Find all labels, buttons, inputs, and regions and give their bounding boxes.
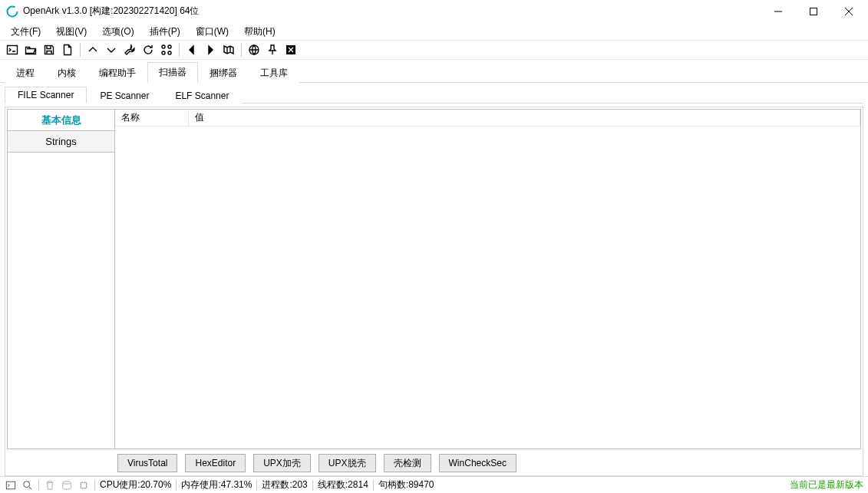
status-search-icon[interactable]	[21, 479, 34, 491]
status-mem: 内存使用:47.31%	[181, 478, 252, 491]
toolbar-up-icon[interactable]	[85, 42, 101, 58]
subtab-pe-scanner[interactable]: PE Scanner	[87, 87, 162, 104]
toolbar-save-icon[interactable]	[41, 42, 57, 58]
svg-rect-1	[8, 46, 18, 54]
tab-utilities[interactable]: 工具库	[249, 63, 299, 83]
menu-plugins[interactable]: 插件(P)	[142, 24, 188, 40]
nav-strings[interactable]: Strings	[8, 131, 114, 153]
scanner-content: 基本信息 Strings 名称 值 VirusTotal HexEditor U…	[5, 107, 863, 476]
status-trash-icon[interactable]	[44, 479, 56, 491]
toolbar-refresh-icon[interactable]	[140, 42, 156, 58]
btn-hexeditor[interactable]: HexEditor	[185, 454, 246, 472]
svg-rect-11	[81, 482, 87, 488]
tab-process[interactable]: 进程	[5, 63, 46, 83]
statusbar: CPU使用:20.70% 内存使用:47.31% 进程数:203 线程数:281…	[0, 476, 868, 493]
list-header: 名称 值	[115, 110, 860, 127]
toolbar-forward-icon[interactable]	[203, 42, 218, 58]
status-chip-icon[interactable]	[78, 479, 90, 491]
toolbar-new-icon[interactable]	[60, 42, 75, 58]
menu-file[interactable]: 文件(F)	[3, 24, 48, 40]
menubar: 文件(F) 视图(V) 选项(O) 插件(P) 窗口(W) 帮助(H)	[0, 23, 868, 40]
toolbar-globe-icon[interactable]	[246, 42, 262, 58]
btn-winchecksec[interactable]: WinCheckSec	[439, 454, 517, 472]
status-handles: 句柄数:89470	[378, 478, 434, 491]
btn-upx-unpack[interactable]: UPX脱壳	[318, 454, 376, 472]
tab-bundler[interactable]: 捆绑器	[198, 63, 249, 83]
svg-point-4	[162, 51, 165, 54]
window-title: OpenArk v1.3.0 [构建:202302271420] 64位	[23, 5, 199, 18]
minimize-button[interactable]	[761, 0, 796, 23]
column-value[interactable]: 值	[189, 110, 860, 126]
right-pane: 名称 值	[115, 110, 860, 449]
toolbar-grid-icon[interactable]	[159, 42, 174, 58]
svg-point-5	[168, 51, 171, 54]
toolbar-wrench-icon[interactable]	[122, 42, 137, 58]
toolbar-map-icon[interactable]	[221, 42, 236, 58]
list-body[interactable]	[115, 127, 860, 449]
page-scanner: FILE Scanner PE Scanner ELF Scanner 基本信息…	[5, 85, 863, 476]
secondary-tabs: FILE Scanner PE Scanner ELF Scanner	[5, 85, 863, 104]
column-name[interactable]: 名称	[115, 110, 189, 126]
titlebar: OpenArk v1.3.0 [构建:202302271420] 64位	[0, 0, 868, 23]
svg-rect-8	[6, 481, 15, 489]
status-processes: 进程数:203	[262, 478, 307, 491]
left-nav: 基本信息 Strings	[8, 110, 115, 449]
toolbar-back-icon[interactable]	[184, 42, 200, 58]
status-cpu: CPU使用:20.70%	[100, 478, 171, 491]
close-button[interactable]	[831, 0, 866, 23]
btn-virustotal[interactable]: VirusTotal	[117, 454, 177, 472]
toolbar-open-icon[interactable]	[23, 42, 38, 58]
nav-basic-info[interactable]: 基本信息	[8, 110, 114, 131]
toolbar-down-icon[interactable]	[104, 42, 119, 58]
svg-point-2	[162, 45, 165, 48]
menu-window[interactable]: 窗口(W)	[188, 24, 236, 40]
toolbar-pin-icon[interactable]	[265, 42, 280, 58]
svg-point-10	[63, 481, 71, 484]
toolbar-console-icon[interactable]	[5, 42, 20, 58]
toolbar-exit-icon[interactable]	[283, 42, 299, 58]
toolbar	[0, 40, 868, 60]
svg-point-3	[168, 45, 171, 48]
tab-scanner[interactable]: 扫描器	[147, 62, 198, 83]
maximize-button[interactable]	[796, 0, 831, 23]
primary-tabs: 进程 内核 编程助手 扫描器 捆绑器 工具库	[0, 63, 868, 83]
menu-options[interactable]: 选项(O)	[94, 24, 141, 40]
tab-kernel[interactable]: 内核	[46, 63, 87, 83]
status-console-icon[interactable]	[5, 479, 17, 491]
app-logo-icon	[6, 5, 18, 18]
menu-help[interactable]: 帮助(H)	[236, 24, 283, 40]
status-threads: 线程数:2814	[318, 478, 368, 491]
action-row: VirusTotal HexEditor UPX加壳 UPX脱壳 壳检测 Win…	[7, 449, 861, 474]
svg-rect-0	[810, 8, 817, 15]
tab-coder[interactable]: 编程助手	[87, 63, 147, 83]
status-disk-icon[interactable]	[61, 479, 73, 491]
subtab-elf-scanner[interactable]: ELF Scanner	[162, 87, 242, 104]
btn-upx-pack[interactable]: UPX加壳	[253, 454, 311, 472]
status-latest-version: 当前已是最新版本	[790, 478, 863, 491]
svg-point-9	[24, 481, 30, 487]
btn-shell-detect[interactable]: 壳检测	[384, 454, 431, 472]
subtab-file-scanner[interactable]: FILE Scanner	[5, 87, 87, 104]
menu-view[interactable]: 视图(V)	[48, 24, 94, 40]
